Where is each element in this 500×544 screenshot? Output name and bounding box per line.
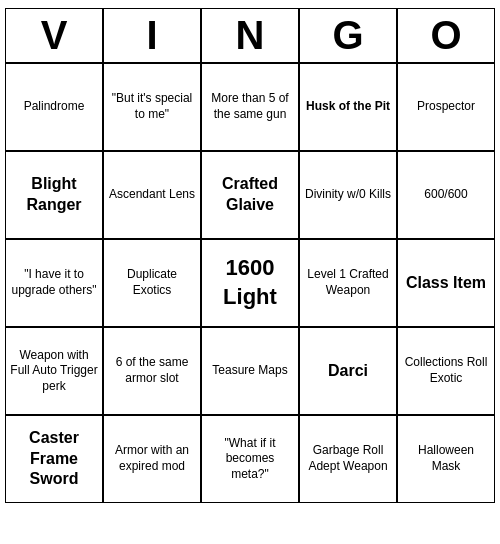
cell-text-13: Level 1 Crafted Weapon xyxy=(304,267,392,298)
cell-text-14: Class Item xyxy=(406,273,486,294)
bingo-cell-7: Crafted Glaive xyxy=(201,151,299,239)
cell-text-2: More than 5 of the same gun xyxy=(206,91,294,122)
bingo-cell-19: Collections Roll Exotic xyxy=(397,327,495,415)
bingo-cell-10: "I have it to upgrade others" xyxy=(5,239,103,327)
cell-text-4: Prospector xyxy=(417,99,475,115)
bingo-cell-17: Teasure Maps xyxy=(201,327,299,415)
bingo-grid: Palindrome"But it's special to me"More t… xyxy=(5,63,495,503)
bingo-cell-16: 6 of the same armor slot xyxy=(103,327,201,415)
cell-text-18: Darci xyxy=(328,361,368,382)
header-letter-g: G xyxy=(299,8,397,63)
bingo-cell-2: More than 5 of the same gun xyxy=(201,63,299,151)
cell-text-10: "I have it to upgrade others" xyxy=(10,267,98,298)
bingo-cell-18: Darci xyxy=(299,327,397,415)
cell-text-8: Divinity w/0 Kills xyxy=(305,187,391,203)
cell-text-22: "What if it becomes meta?" xyxy=(206,436,294,483)
bingo-cell-24: Halloween Mask xyxy=(397,415,495,503)
cell-text-12: 1600 Light xyxy=(206,254,294,311)
cell-text-23: Garbage Roll Adept Weapon xyxy=(304,443,392,474)
cell-text-0: Palindrome xyxy=(24,99,85,115)
cell-text-24: Halloween Mask xyxy=(402,443,490,474)
bingo-cell-13: Level 1 Crafted Weapon xyxy=(299,239,397,327)
cell-text-15: Weapon with Full Auto Trigger perk xyxy=(10,348,98,395)
header-letter-o: O xyxy=(397,8,495,63)
bingo-cell-0: Palindrome xyxy=(5,63,103,151)
bingo-cell-23: Garbage Roll Adept Weapon xyxy=(299,415,397,503)
bingo-card: VINGO Palindrome"But it's special to me"… xyxy=(5,8,495,503)
bingo-cell-5: Blight Ranger xyxy=(5,151,103,239)
bingo-cell-11: Duplicate Exotics xyxy=(103,239,201,327)
cell-text-5: Blight Ranger xyxy=(10,174,98,216)
bingo-cell-22: "What if it becomes meta?" xyxy=(201,415,299,503)
bingo-cell-1: "But it's special to me" xyxy=(103,63,201,151)
cell-text-11: Duplicate Exotics xyxy=(108,267,196,298)
cell-text-20: Caster Frame Sword xyxy=(10,428,98,490)
cell-text-9: 600/600 xyxy=(424,187,467,203)
bingo-header: VINGO xyxy=(5,8,495,63)
bingo-cell-9: 600/600 xyxy=(397,151,495,239)
bingo-cell-21: Armor with an expired mod xyxy=(103,415,201,503)
bingo-cell-6: Ascendant Lens xyxy=(103,151,201,239)
cell-text-16: 6 of the same armor slot xyxy=(108,355,196,386)
bingo-cell-14: Class Item xyxy=(397,239,495,327)
header-letter-i: I xyxy=(103,8,201,63)
bingo-cell-15: Weapon with Full Auto Trigger perk xyxy=(5,327,103,415)
bingo-cell-3: Husk of the Pit xyxy=(299,63,397,151)
bingo-cell-4: Prospector xyxy=(397,63,495,151)
bingo-cell-8: Divinity w/0 Kills xyxy=(299,151,397,239)
cell-text-21: Armor with an expired mod xyxy=(108,443,196,474)
cell-text-7: Crafted Glaive xyxy=(206,174,294,216)
header-letter-v: V xyxy=(5,8,103,63)
bingo-cell-20: Caster Frame Sword xyxy=(5,415,103,503)
cell-text-17: Teasure Maps xyxy=(212,363,287,379)
cell-text-19: Collections Roll Exotic xyxy=(402,355,490,386)
cell-text-3: Husk of the Pit xyxy=(306,99,390,115)
cell-text-1: "But it's special to me" xyxy=(108,91,196,122)
cell-text-6: Ascendant Lens xyxy=(109,187,195,203)
header-letter-n: N xyxy=(201,8,299,63)
bingo-cell-12: 1600 Light xyxy=(201,239,299,327)
